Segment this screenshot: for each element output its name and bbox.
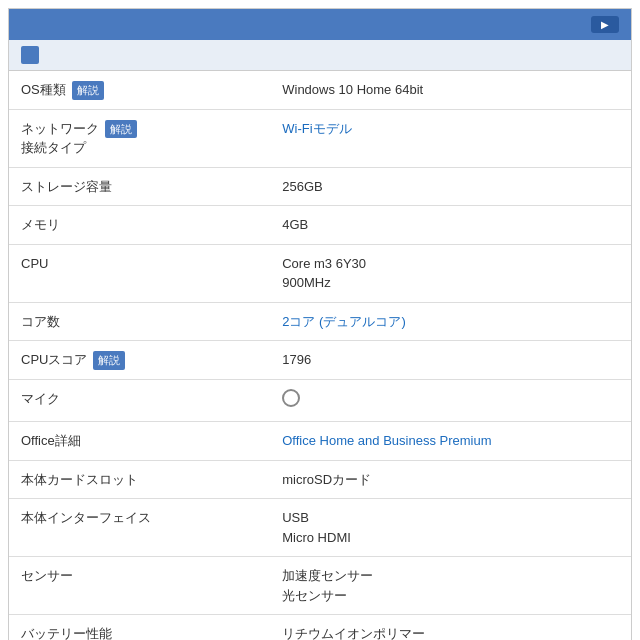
value-cell-mic <box>270 379 631 422</box>
table-row: センサー加速度センサー 光センサー <box>9 557 631 615</box>
circle-icon-mic <box>282 389 300 407</box>
table-row: ストレージ容量256GB <box>9 167 631 206</box>
value-cell-cores: 2コア (デュアルコア) <box>270 302 631 341</box>
value-text-sensor: 加速度センサー 光センサー <box>282 568 373 603</box>
table-row: ネットワーク 接続タイプ解説Wi-Fiモデル <box>9 109 631 167</box>
value-text-os: Windows 10 Home 64bit <box>282 82 423 97</box>
label-text-network: ネットワーク 接続タイプ <box>21 119 99 158</box>
label-cell-interface: 本体インターフェイス <box>9 499 270 557</box>
value-text-battery: リチウムイオンポリマー <box>282 626 425 640</box>
label-cell-cpu_score: CPUスコア解説 <box>9 341 270 380</box>
label-cell-mic: マイク <box>9 379 270 422</box>
value-cell-cpu_score: 1796 <box>270 341 631 380</box>
label-cell-storage: ストレージ容量 <box>9 167 270 206</box>
value-cell-memory: 4GB <box>270 206 631 245</box>
label-text-interface: 本体インターフェイス <box>21 508 151 528</box>
label-text-mic: マイク <box>21 389 60 409</box>
label-text-cpu_score: CPUスコア <box>21 350 87 370</box>
label-text-card_slot: 本体カードスロット <box>21 470 138 490</box>
label-cell-office: Office詳細 <box>9 422 270 461</box>
label-cell-cpu: CPU <box>9 244 270 302</box>
table-row: CPUCore m3 6Y30 900MHz <box>9 244 631 302</box>
table-row: マイク <box>9 379 631 422</box>
label-text-office: Office詳細 <box>21 431 81 451</box>
label-cell-card_slot: 本体カードスロット <box>9 460 270 499</box>
table-row: OS種類解説Windows 10 Home 64bit <box>9 71 631 109</box>
label-cell-battery: バッテリー性能 <box>9 615 270 641</box>
value-cell-interface: USB Micro HDMI <box>270 499 631 557</box>
label-cell-cores: コア数 <box>9 302 270 341</box>
label-text-battery: バッテリー性能 <box>21 624 112 640</box>
spec-section: OS種類解説Windows 10 Home 64bitネットワーク 接続タイプ解… <box>8 8 632 640</box>
value-cell-storage: 256GB <box>270 167 631 206</box>
toggle-minus-icon[interactable] <box>21 46 39 64</box>
kaisetsu-badge-os[interactable]: 解説 <box>72 81 104 100</box>
value-cell-office: Office Home and Business Premium <box>270 422 631 461</box>
label-text-os: OS種類 <box>21 80 66 100</box>
value-text-interface: USB Micro HDMI <box>282 510 351 545</box>
spec-header <box>9 9 631 40</box>
label-text-sensor: センサー <box>21 566 73 586</box>
value-cell-card_slot: microSDカード <box>270 460 631 499</box>
label-text-cpu: CPU <box>21 254 48 274</box>
value-cell-network: Wi-Fiモデル <box>270 109 631 167</box>
value-text-storage: 256GB <box>282 179 322 194</box>
kaisetsu-badge-network[interactable]: 解説 <box>105 120 137 139</box>
label-cell-os: OS種類解説 <box>9 71 270 109</box>
label-text-memory: メモリ <box>21 215 60 235</box>
value-text-memory: 4GB <box>282 217 308 232</box>
label-cell-network: ネットワーク 接続タイプ解説 <box>9 109 270 167</box>
value-cell-os: Windows 10 Home 64bit <box>270 71 631 109</box>
value-cell-cpu: Core m3 6Y30 900MHz <box>270 244 631 302</box>
link-network[interactable]: Wi-Fiモデル <box>282 121 351 136</box>
spec-table: OS種類解説Windows 10 Home 64bitネットワーク 接続タイプ解… <box>9 71 631 640</box>
table-row: コア数2コア (デュアルコア) <box>9 302 631 341</box>
table-row: メモリ4GB <box>9 206 631 245</box>
table-row: CPUスコア解説1796 <box>9 341 631 380</box>
label-cell-memory: メモリ <box>9 206 270 245</box>
section-toggle-row <box>9 40 631 71</box>
value-cell-sensor: 加速度センサー 光センサー <box>270 557 631 615</box>
label-text-cores: コア数 <box>21 312 60 332</box>
value-text-card_slot: microSDカード <box>282 472 371 487</box>
table-row: Office詳細Office Home and Business Premium <box>9 422 631 461</box>
value-text-cpu: Core m3 6Y30 900MHz <box>282 256 366 291</box>
open-all-button[interactable] <box>591 16 619 33</box>
link-cores[interactable]: 2コア (デュアルコア) <box>282 314 406 329</box>
table-row: 本体カードスロットmicroSDカード <box>9 460 631 499</box>
link-office[interactable]: Office Home and Business Premium <box>282 433 491 448</box>
table-row: 本体インターフェイスUSB Micro HDMI <box>9 499 631 557</box>
label-cell-sensor: センサー <box>9 557 270 615</box>
label-text-storage: ストレージ容量 <box>21 177 112 197</box>
value-cell-battery: リチウムイオンポリマー <box>270 615 631 641</box>
value-text-cpu_score: 1796 <box>282 352 311 367</box>
table-row: バッテリー性能リチウムイオンポリマー <box>9 615 631 641</box>
kaisetsu-badge-cpu_score[interactable]: 解説 <box>93 351 125 370</box>
